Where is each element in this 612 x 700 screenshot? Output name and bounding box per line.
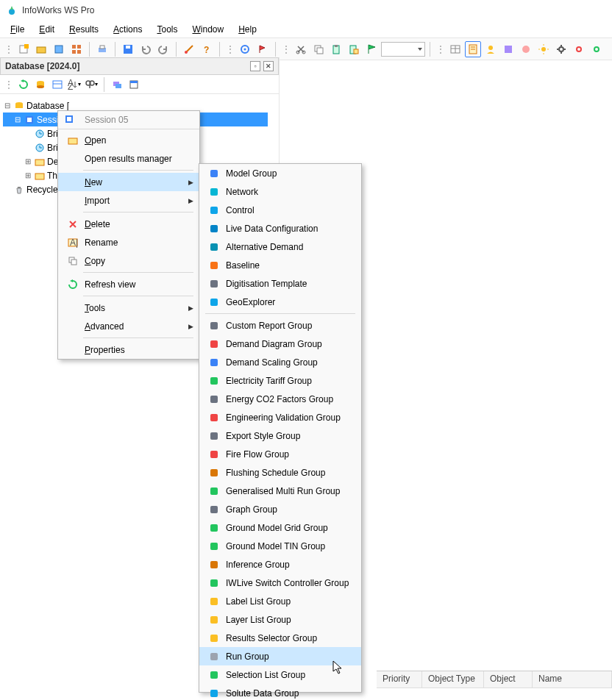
submenu-item-baseline[interactable]: Baseline xyxy=(199,256,361,274)
panel-close-icon[interactable]: ✕ xyxy=(263,61,274,71)
submenu-item-digitisation-template[interactable]: Digitisation Template xyxy=(199,274,361,293)
ptb-sort-icon[interactable]: AZ▾ xyxy=(67,77,82,92)
ctx-tools[interactable]: Tools▶ xyxy=(58,299,199,317)
menu-help[interactable]: Help xyxy=(231,23,264,36)
submenu-item-demand-diagram-group[interactable]: Demand Diagram Group xyxy=(199,335,361,353)
tb-copy-icon[interactable] xyxy=(310,41,327,57)
tb-script-icon[interactable] xyxy=(181,41,197,57)
ctx-rename[interactable]: A| Rename xyxy=(58,233,199,251)
ctx-import[interactable]: Import▶ xyxy=(58,191,199,210)
submenu-item-custom-report-group[interactable]: Custom Report Group xyxy=(199,316,361,335)
tb-print-icon[interactable] xyxy=(94,41,110,57)
col-name[interactable]: Name xyxy=(533,671,612,688)
submenu-item-selection-list-group[interactable]: Selection List Group xyxy=(199,665,361,684)
ctx-properties[interactable]: Properties xyxy=(58,340,199,359)
ptb-db-icon[interactable] xyxy=(33,77,48,92)
tb-table-icon[interactable] xyxy=(447,41,463,57)
app-title: InfoWorks WS Pro xyxy=(22,5,94,15)
tb-tool1-icon[interactable] xyxy=(500,41,516,57)
submenu-item-energy-co2-factors-group[interactable]: Energy CO2 Factors Group xyxy=(199,390,361,408)
submenu-item-generalised-multi-run-group[interactable]: Generalised Multi Run Group xyxy=(199,482,361,500)
submenu-item-inference-group[interactable]: Inference Group xyxy=(199,555,361,574)
tb-pasteapp-icon[interactable] xyxy=(346,41,362,57)
tb-combo[interactable] xyxy=(381,42,425,57)
tb-flag-icon[interactable] xyxy=(363,41,380,57)
tb-tool2-icon[interactable] xyxy=(518,41,534,57)
tb-gear2-icon[interactable] xyxy=(571,41,587,57)
tb-3d-icon[interactable] xyxy=(51,41,67,57)
collapse-icon[interactable]: ⊟ xyxy=(3,101,12,110)
tb-target-icon[interactable] xyxy=(237,41,253,57)
submenu-label: Demand Diagram Group xyxy=(223,339,355,349)
submenu-item-model-group[interactable]: Model Group xyxy=(199,164,361,182)
submenu-item-engineering-validation-group[interactable]: Engineering Validation Group xyxy=(199,408,361,426)
submenu-label: Ground Model Grid Group xyxy=(223,523,355,533)
submenu-item-network[interactable]: Network xyxy=(199,182,361,201)
ctx-header: Session 05 xyxy=(58,111,199,129)
tb-sun-icon[interactable] xyxy=(536,41,552,57)
tb-flag-hand-icon[interactable] xyxy=(255,41,271,57)
col-object-type[interactable]: Object Type xyxy=(422,671,484,688)
submenu-item-results-selector-group[interactable]: Results Selector Group xyxy=(199,629,361,647)
submenu-label: Flushing Schedule Group xyxy=(223,468,355,478)
ctx-refresh[interactable]: Refresh view xyxy=(58,275,199,293)
submenu-item-label-list-group[interactable]: Label List Group xyxy=(199,592,361,610)
ctx-open-results[interactable]: Open results manager xyxy=(58,149,199,168)
expand-icon[interactable]: ⊞ xyxy=(24,171,32,179)
submenu-item-ground-model-grid-group[interactable]: Ground Model Grid Group xyxy=(199,518,361,537)
menu-results[interactable]: Results xyxy=(62,23,106,36)
ptb-refresh-icon[interactable] xyxy=(16,77,31,92)
collapse-icon[interactable]: ⊟ xyxy=(13,115,22,124)
menu-actions[interactable]: Actions xyxy=(106,23,149,36)
submenu-item-control[interactable]: Control xyxy=(199,201,361,219)
submenu-item-demand-scaling-group[interactable]: Demand Scaling Group xyxy=(199,353,361,371)
ctx-advanced[interactable]: Advanced▶ xyxy=(58,317,199,335)
submenu-item-export-style-group[interactable]: Export Style Group xyxy=(199,426,361,445)
expand-icon[interactable]: ⊞ xyxy=(24,157,32,165)
tb-user-icon[interactable] xyxy=(483,41,499,57)
menu-window[interactable]: Window xyxy=(185,23,231,36)
tb-paste-icon[interactable] xyxy=(328,41,344,57)
submenu-item-layer-list-group[interactable]: Layer List Group xyxy=(199,610,361,629)
submenu-item-geoexplorer[interactable]: GeoExplorer xyxy=(199,293,361,311)
tb-cut-icon[interactable] xyxy=(293,41,309,57)
ctx-new[interactable]: New▶ xyxy=(58,173,199,191)
submenu-item-fire-flow-group[interactable]: Fire Flow Group xyxy=(199,445,361,463)
svg-text:A|: A| xyxy=(70,238,78,248)
submenu-item-graph-group[interactable]: Graph Group xyxy=(199,500,361,518)
tb-undo-icon[interactable] xyxy=(138,41,154,57)
submenu-item-live-data-configuration[interactable]: Live Data Configuration xyxy=(199,219,361,238)
ptb-layers-icon[interactable] xyxy=(110,77,124,92)
panel-pin-icon[interactable]: ▫ xyxy=(250,61,260,71)
menu-edit[interactable]: Edit xyxy=(32,23,62,36)
tb-grid-icon[interactable] xyxy=(68,41,85,57)
ptb-find-icon[interactable]: ▾ xyxy=(84,77,99,92)
item-icon xyxy=(205,260,223,271)
ptb-window-icon[interactable] xyxy=(127,77,141,92)
submenu-item-ground-model-tin-group[interactable]: Ground Model TIN Group xyxy=(199,537,361,555)
col-object[interactable]: Object xyxy=(484,671,533,688)
submenu-item-flushing-schedule-group[interactable]: Flushing Schedule Group xyxy=(199,463,361,482)
submenu-item-run-group[interactable]: Run Group xyxy=(199,647,361,665)
tb-open-icon[interactable] xyxy=(33,41,49,57)
ctx-delete[interactable]: Delete xyxy=(58,215,199,233)
menu-tools[interactable]: Tools xyxy=(149,23,185,36)
tb-help-icon[interactable]: ? xyxy=(199,41,215,57)
col-priority[interactable]: Priority xyxy=(377,671,422,688)
svg-rect-7 xyxy=(72,50,76,54)
submenu-item-electricity-tariff-group[interactable]: Electricity Tariff Group xyxy=(199,371,361,390)
submenu-item-iwlive-switch-controller-group[interactable]: IWLive Switch Controller Group xyxy=(199,574,361,592)
submenu-item-solute-data-group[interactable]: Solute Data Group xyxy=(199,684,361,700)
ptb-table-icon[interactable] xyxy=(50,77,65,92)
tb-new-icon[interactable] xyxy=(15,41,32,57)
tb-notes-icon[interactable] xyxy=(465,41,481,57)
tb-gear3-icon[interactable] xyxy=(588,41,605,57)
tb-save-icon[interactable] xyxy=(120,41,136,57)
ctx-open[interactable]: Open xyxy=(58,131,199,149)
tb-gear-icon[interactable] xyxy=(553,41,569,57)
ctx-copy[interactable]: Copy xyxy=(58,251,199,270)
menu-file[interactable]: File xyxy=(3,23,32,36)
item-icon xyxy=(205,541,223,551)
tb-redo-icon[interactable] xyxy=(155,41,171,57)
submenu-item-alternative-demand[interactable]: Alternative Demand xyxy=(199,238,361,256)
